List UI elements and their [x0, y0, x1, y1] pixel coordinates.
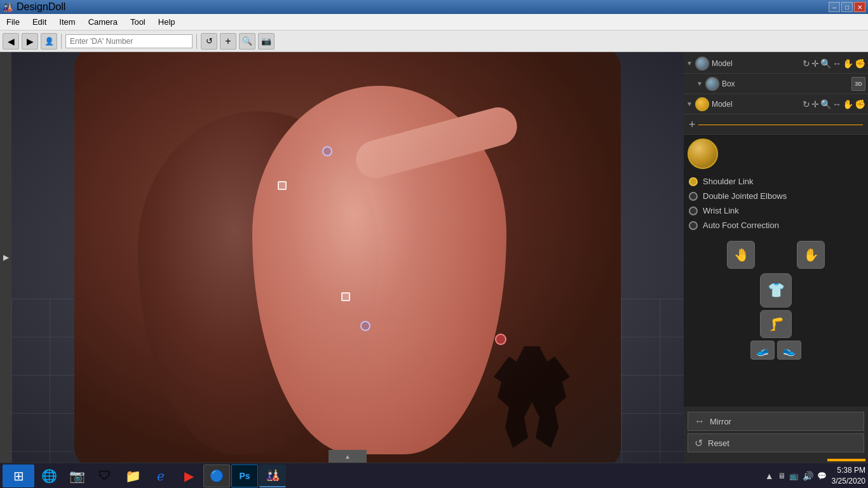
maximize-button[interactable]: □: [841, 2, 853, 12]
clock-date: 3/25/2020: [832, 476, 865, 487]
menu-help[interactable]: Help: [152, 14, 182, 30]
media-icon: ▶: [184, 468, 194, 484]
back-button[interactable]: ◀: [3, 33, 19, 50]
grip-icon[interactable]: ✊: [855, 58, 865, 69]
control-point-elbow[interactable]: [322, 146, 332, 156]
scale-icon[interactable]: 🔍: [820, 58, 831, 69]
auto-foot-label: Auto Foot Correction: [703, 220, 779, 230]
refresh-button[interactable]: ↺: [201, 33, 217, 50]
flip-icon-2[interactable]: ↔: [832, 99, 841, 109]
legs-icon: 🦵: [768, 316, 784, 332]
taskbar-chrome-button[interactable]: 🔵: [203, 464, 230, 487]
viewport-canvas: ▲: [11, 52, 684, 463]
taskbar-right: ▲ 🖥 📺 🔊 💬 5:38 PM 3/25/2020: [765, 465, 865, 487]
toolbar-separator: [61, 34, 62, 49]
orange-accent-bar: [827, 459, 865, 461]
start-icon: ⊞: [13, 468, 24, 484]
control-point-wrist[interactable]: [360, 321, 370, 331]
layer-3-arrow[interactable]: ▼: [686, 100, 693, 107]
box-3d-icon[interactable]: 3D: [851, 77, 865, 91]
figure-front: [252, 86, 506, 454]
rotate-icon-2[interactable]: ↻: [803, 99, 810, 109]
volume-icon[interactable]: 🔊: [803, 471, 813, 481]
search-button[interactable]: 🔍: [239, 33, 255, 50]
system-tray-icons: ▲ 🖥 📺 🔊 💬: [765, 471, 827, 481]
da-number-input[interactable]: [65, 34, 193, 48]
menu-camera[interactable]: Camera: [82, 14, 124, 30]
left-foot-button[interactable]: 👟: [750, 341, 775, 360]
toolbar-separator2: [196, 34, 197, 49]
clock[interactable]: 5:38 PM 3/25/2020: [832, 465, 865, 487]
speech-icon[interactable]: 💬: [817, 471, 827, 480]
torso-icon: 👕: [768, 282, 785, 299]
left-foot-icon: 👟: [756, 344, 769, 356]
taskbar-camera-button[interactable]: 📷: [64, 464, 90, 487]
layers-section: ▼ Model ↻ ✛ 🔍 ↔ ✋ ✊ ▼ Box 3D: [684, 52, 868, 116]
wrist-link-radio[interactable]: [689, 207, 698, 215]
figure-shadow: [494, 346, 570, 448]
person-button[interactable]: 👤: [41, 33, 57, 50]
doll-background: [74, 52, 621, 463]
scale-icon-2[interactable]: 🔍: [820, 99, 831, 109]
mirror-button[interactable]: ↔ Mirror: [688, 412, 864, 431]
network-icon[interactable]: 🖥: [778, 471, 785, 480]
rotate-icon[interactable]: ↻: [803, 58, 810, 69]
left-hand-button[interactable]: ✋: [727, 241, 755, 269]
viewport[interactable]: ▲: [11, 52, 684, 463]
right-hand-button[interactable]: ✋: [797, 241, 825, 269]
toolbar: ◀ ▶ 👤 ↺ + 🔍 📷: [0, 30, 868, 52]
double-jointed-radio[interactable]: [689, 192, 698, 201]
taskbar-doll-button[interactable]: 🎎: [259, 464, 286, 487]
hand-icon-2[interactable]: ✋: [843, 99, 853, 109]
taskbar-shield-button[interactable]: 🛡: [92, 464, 118, 487]
move-icon-2[interactable]: ✛: [811, 99, 819, 109]
close-button[interactable]: ✕: [854, 2, 865, 12]
start-button[interactable]: ⊞: [3, 464, 34, 487]
move-icon[interactable]: ✛: [811, 58, 819, 69]
layer-1-globe: [695, 57, 709, 71]
taskbar-left: ⊞ 🌐 📷 🛡 📁 ℯ ▶ 🔵 Ps 🎎: [3, 464, 286, 487]
right-foot-button[interactable]: 👟: [777, 341, 801, 360]
flip-icon[interactable]: ↔: [832, 58, 841, 69]
layer-2-arrow[interactable]: ▼: [696, 80, 703, 87]
menu-edit[interactable]: Edit: [26, 14, 53, 30]
hand-icon[interactable]: ✋: [843, 58, 853, 69]
layer-1-arrow[interactable]: ▼: [686, 60, 693, 67]
menu-tool[interactable]: Tool: [124, 14, 152, 30]
taskbar-folder-button[interactable]: 📁: [119, 464, 146, 487]
add-layer-button[interactable]: +: [689, 118, 696, 132]
display-icon[interactable]: 📺: [789, 471, 799, 480]
mirror-icon: ↔: [695, 416, 705, 427]
control-point-head[interactable]: [495, 334, 506, 345]
control-point-shoulder[interactable]: [278, 181, 287, 190]
model-icon-row: [688, 139, 864, 169]
torso-button[interactable]: 👕: [760, 273, 792, 308]
layer-2-tools: 3D: [851, 77, 865, 91]
shoulder-link-radio[interactable]: [689, 177, 698, 186]
menu-item[interactable]: Item: [53, 14, 81, 30]
add-button[interactable]: +: [220, 33, 236, 50]
torso-spacer: [760, 239, 792, 271]
right-panel: ▼ Model ↻ ✛ 🔍 ↔ ✋ ✊ ▼ Box 3D: [684, 52, 868, 463]
minimize-button[interactable]: –: [829, 2, 840, 12]
layer-2-label: Box: [722, 79, 849, 88]
legs-button[interactable]: 🦵: [760, 310, 792, 338]
taskbar-media-button[interactable]: ▶: [175, 464, 202, 487]
forward-button[interactable]: ▶: [22, 33, 38, 50]
menu-file[interactable]: File: [0, 14, 26, 30]
reset-button[interactable]: ↺ Reset: [688, 433, 864, 452]
taskbar-photoshop-button[interactable]: Ps: [231, 464, 258, 487]
control-point-chest[interactable]: [341, 292, 350, 301]
browser-icon: 🌐: [41, 468, 57, 484]
auto-foot-radio[interactable]: [689, 221, 698, 230]
screenshot-button[interactable]: 📷: [258, 33, 275, 50]
left-hand-icon: ✋: [733, 247, 749, 262]
taskbar-ie-button[interactable]: ℯ: [147, 464, 174, 487]
grip-icon-2[interactable]: ✊: [855, 99, 865, 109]
right-hand-icon: ✋: [803, 247, 819, 262]
scroll-indicator[interactable]: ▲: [329, 450, 367, 463]
taskbar: ⊞ 🌐 📷 🛡 📁 ℯ ▶ 🔵 Ps 🎎 ▲: [0, 463, 868, 488]
taskbar-browser-button[interactable]: 🌐: [36, 464, 62, 487]
left-collapse-tab[interactable]: ▶: [0, 52, 11, 463]
up-arrow-icon[interactable]: ▲: [765, 471, 774, 481]
